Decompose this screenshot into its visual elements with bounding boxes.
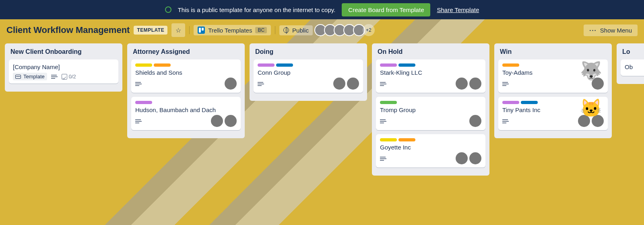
workspace-button[interactable]: Trello Templates BC <box>194 25 271 35</box>
create-board-button[interactable]: Create Board from Template <box>342 3 430 16</box>
card-badges <box>380 157 386 161</box>
template-banner: This is a public template for anyone on … <box>0 0 644 19</box>
visibility-label: Public <box>292 27 309 34</box>
label-yellow[interactable] <box>135 63 152 67</box>
list-title[interactable]: On Hold <box>376 47 485 59</box>
card[interactable]: Ob <box>621 59 644 76</box>
card-badges <box>502 119 509 123</box>
card-badges <box>258 82 264 86</box>
checklist-badge: 0/2 <box>62 74 76 80</box>
list[interactable]: On HoldStark-Kling LLCTromp GroupGoyette… <box>372 43 489 176</box>
label-purple[interactable] <box>502 101 519 104</box>
card[interactable]: Conn Group <box>254 59 363 93</box>
card-title: Conn Group <box>258 69 359 76</box>
avatar[interactable] <box>469 152 481 164</box>
card[interactable]: 🐱Tiny Pants Inc <box>498 97 608 130</box>
label-orange[interactable] <box>154 63 171 67</box>
card[interactable]: [Company Name]Template0/2 <box>9 59 118 84</box>
list[interactable]: Win🐺Toy-Adams🐱Tiny Pants Inc <box>494 43 612 138</box>
card-title: Tromp Group <box>380 106 481 113</box>
description-icon <box>502 82 509 86</box>
card-title: Goyette Inc <box>380 144 481 151</box>
board-members[interactable]: +2 <box>317 24 375 36</box>
label-blue[interactable] <box>276 63 293 67</box>
description-icon <box>380 82 386 86</box>
label-orange[interactable] <box>398 138 415 141</box>
card-title: Ob <box>625 63 644 70</box>
card[interactable]: 🐺Toy-Adams <box>498 59 608 93</box>
list-title[interactable]: New Client Onboarding <box>9 47 118 59</box>
dots-icon: ··· <box>589 27 597 34</box>
card-labels <box>135 101 237 104</box>
list-title[interactable]: Doing <box>254 47 363 59</box>
card[interactable]: Hudson, Baumbach and Dach <box>131 97 241 130</box>
separator <box>275 26 275 34</box>
board-canvas: New Client Onboarding[Company Name]Templ… <box>0 41 644 178</box>
avatar-overflow[interactable]: +2 <box>363 24 375 36</box>
workspace-abbr: BC <box>255 27 267 33</box>
card[interactable]: Stark-Kling LLC <box>376 59 485 93</box>
show-menu-button[interactable]: ··· Show Menu <box>584 25 638 36</box>
label-purple[interactable] <box>380 63 397 67</box>
description-icon <box>51 75 58 79</box>
list-title[interactable]: Attorney Assigned <box>131 47 241 59</box>
list[interactable]: New Client Onboarding[Company Name]Templ… <box>5 43 122 92</box>
list-title[interactable]: Lo <box>621 47 644 59</box>
card-badges <box>135 119 142 123</box>
description-icon <box>380 119 386 123</box>
card-labels <box>135 63 237 67</box>
star-button[interactable]: ☆ <box>171 23 185 37</box>
label-blue[interactable] <box>521 101 538 104</box>
list-title[interactable]: Win <box>498 47 608 59</box>
label-purple[interactable] <box>135 101 152 104</box>
board-title[interactable]: Client Workflow Management <box>6 25 130 35</box>
avatar[interactable] <box>469 115 481 127</box>
template-chip: TEMPLATE <box>134 26 167 35</box>
list[interactable]: DoingConn Group <box>250 43 367 101</box>
share-template-link[interactable]: Share Template <box>437 6 479 13</box>
card[interactable]: Shields and Sons <box>131 59 241 93</box>
star-icon: ☆ <box>175 27 181 34</box>
avatar[interactable] <box>456 152 468 164</box>
description-icon <box>258 82 264 86</box>
avatar[interactable] <box>333 78 345 90</box>
card-badges <box>135 82 142 86</box>
trello-logo-icon <box>198 27 205 34</box>
avatar[interactable] <box>347 78 359 90</box>
label-blue[interactable] <box>398 63 415 67</box>
card-members <box>456 152 481 164</box>
label-purple[interactable] <box>258 63 275 67</box>
avatar[interactable] <box>211 115 223 127</box>
avatar[interactable] <box>456 78 468 90</box>
checklist-icon <box>62 74 67 80</box>
card-template-icon <box>15 75 21 79</box>
card-members <box>225 78 237 90</box>
list[interactable]: Attorney AssignedShields and SonsHudson,… <box>127 43 245 138</box>
label-green[interactable] <box>380 101 397 104</box>
card-title: Stark-Kling LLC <box>380 69 481 76</box>
globe-icon <box>165 6 171 13</box>
card-badges <box>380 119 386 123</box>
card-labels <box>258 63 359 67</box>
description-icon <box>135 119 142 123</box>
workspace-name: Trello Templates <box>208 27 252 34</box>
avatar[interactable] <box>225 78 237 90</box>
checklist-count: 0/2 <box>69 74 76 80</box>
avatar[interactable] <box>225 115 237 127</box>
show-menu-label: Show Menu <box>600 27 632 34</box>
card[interactable]: Goyette Inc <box>376 134 485 168</box>
list[interactable]: LoOb <box>617 43 644 84</box>
card-members <box>211 115 237 127</box>
label-orange[interactable] <box>502 63 519 67</box>
label-yellow[interactable] <box>380 138 397 141</box>
card-badges: Template0/2 <box>13 73 76 80</box>
separator <box>189 26 190 34</box>
card-members <box>456 78 481 90</box>
avatar[interactable] <box>469 78 481 90</box>
description-icon <box>380 157 386 161</box>
card[interactable]: Tromp Group <box>376 97 485 130</box>
sticker-icon: 🐺 <box>580 62 602 80</box>
card-labels <box>380 63 481 67</box>
card-badges <box>380 82 386 86</box>
visibility-button[interactable]: Public <box>279 25 313 35</box>
